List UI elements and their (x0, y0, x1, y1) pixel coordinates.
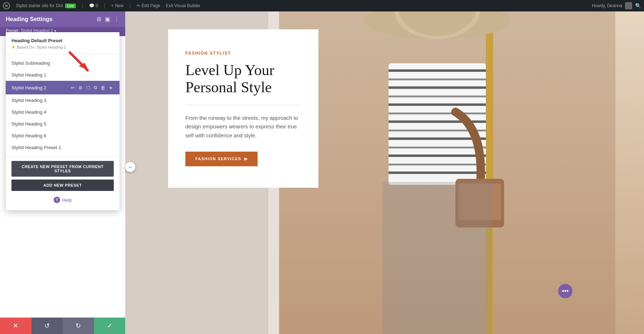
delete-preset-button[interactable]: 🗑 (100, 84, 106, 91)
preset-item-heading1[interactable]: Stylist Heading 1 (6, 69, 119, 81)
save-icon: ✓ (107, 322, 112, 330)
undo-icon: ↺ (44, 322, 50, 330)
svg-rect-12 (389, 95, 486, 97)
edit-page-link[interactable]: ✏ Edit Page (137, 3, 160, 8)
live-badge: Live (65, 4, 76, 8)
preset-item-heading6[interactable]: Stylist Heading 6 (6, 130, 119, 142)
hero-image-area (279, 11, 644, 334)
svg-rect-9 (389, 69, 486, 72)
svg-rect-18 (389, 147, 486, 148)
preset-dropdown: Heading Default Preset ★ Based On: Styli… (6, 32, 119, 210)
preset-item-heading3[interactable]: Stylist Heading 3 (6, 94, 119, 106)
user-avatar (625, 2, 632, 9)
exit-builder-link[interactable]: Exit Visual Builder (166, 3, 201, 8)
admin-bar-right: Howdy, Deanna 🔍 (592, 2, 641, 9)
main-content: FASHION STYLIST Level Up Your Personal S… (125, 11, 644, 334)
help-label: Help (62, 197, 72, 203)
link-preset-button[interactable]: ⬡ (86, 84, 91, 91)
comment-icon: 💬 (89, 3, 94, 8)
close-icon: ✕ (13, 322, 18, 330)
hero-section: FASHION STYLIST Level Up Your Personal S… (125, 11, 644, 334)
layout-icon[interactable]: ▣ (105, 16, 110, 23)
card-body-text: From the runway to the streets, my appro… (185, 114, 301, 140)
favorite-preset-button[interactable]: ★ (108, 84, 114, 91)
preset-label-heading-preset1: Stylist Heading Preset 1 (11, 145, 61, 150)
create-preset-button[interactable]: CREATE NEW PRESET FROM CURRENT STYLES (11, 161, 114, 177)
hero-card: FASHION STYLIST Level Up Your Personal S… (168, 29, 318, 188)
preset-item-subheading[interactable]: Stylist Subheading (6, 57, 119, 69)
more-options-icon[interactable]: ⋮ (114, 16, 119, 23)
based-on-text: ★ Based On: Stylist Heading 2 (11, 45, 114, 50)
site-name[interactable]: Stylist starter site for Divi Live (16, 3, 76, 8)
dropdown-header: Heading Default Preset ★ Based On: Styli… (6, 32, 119, 54)
window-icon[interactable]: ⊞ (97, 16, 101, 23)
arrow-right-icon: ▶ (244, 157, 248, 161)
undo-button[interactable]: ↺ (31, 318, 63, 334)
preset-label-heading2: Stylist Heading 2 (11, 85, 47, 90)
add-preset-button[interactable]: ADD NEW PRESET (11, 180, 114, 191)
bottom-toolbar: ✕ ↺ ↻ ✓ (0, 318, 125, 334)
help-icon: ? (54, 197, 60, 203)
card-divider (185, 105, 301, 105)
redo-icon: ↻ (75, 322, 81, 330)
preset-item-heading5[interactable]: Stylist Heading 5 (6, 118, 119, 130)
panel-header: Heading Settings ⊞ ▣ ⋮ (0, 11, 125, 27)
panel-header-icons: ⊞ ▣ ⋮ (97, 16, 119, 23)
help-section[interactable]: ? Help (11, 194, 114, 205)
preset-label-heading3: Stylist Heading 3 (11, 98, 47, 103)
copy-preset-button[interactable]: ⧉ (93, 84, 98, 91)
preset-item-heading2[interactable]: Stylist Heading 2 ✏ ⚙ ⬡ ⧉ 🗑 ★ (6, 81, 119, 94)
preset-item-heading4[interactable]: Stylist Heading 4 (6, 106, 119, 118)
preset-list: Stylist Subheading Stylist Heading 1 Sty… (6, 54, 119, 156)
three-dots-icon: ••• (562, 288, 569, 295)
fashion-services-button[interactable]: FASHION SERVICES ▶ (185, 152, 258, 166)
card-title: Level Up Your Personal Style (185, 62, 301, 96)
preset-label-heading6: Stylist Heading 6 (11, 133, 47, 138)
wp-logo-icon: W (3, 2, 10, 9)
svg-rect-10 (389, 79, 486, 80)
edit-preset-button[interactable]: ✏ (70, 84, 75, 91)
preset-label-subheading: Stylist Subheading (11, 60, 50, 66)
svg-rect-13 (389, 103, 486, 106)
preset-label-heading4: Stylist Heading 4 (11, 109, 47, 115)
svg-rect-14 (389, 113, 486, 114)
svg-rect-24 (382, 182, 492, 334)
new-button[interactable]: + New (111, 3, 123, 8)
fashion-image (279, 11, 644, 334)
comments-link[interactable]: 💬 0 (89, 3, 98, 8)
partial-right-image (615, 11, 644, 334)
close-button[interactable]: ✕ (0, 318, 31, 334)
save-button[interactable]: ✓ (94, 318, 126, 334)
redo-button[interactable]: ↻ (63, 318, 94, 334)
panel-toggle-handle[interactable]: ↔ (125, 162, 135, 172)
svg-rect-11 (389, 87, 486, 89)
svg-rect-20 (389, 164, 486, 166)
svg-text:W: W (5, 4, 8, 8)
howdy-text: Howdy, Deanna (592, 3, 623, 8)
preset-label-heading1: Stylist Heading 1 (11, 72, 47, 78)
card-tag: FASHION STYLIST (185, 51, 301, 56)
search-icon[interactable]: 🔍 (635, 3, 641, 9)
dropdown-footer: CREATE NEW PRESET FROM CURRENT STYLES AD… (6, 156, 119, 210)
preset-item-heading-preset1[interactable]: Stylist Heading Preset 1 (6, 142, 119, 153)
svg-rect-19 (389, 154, 486, 157)
preset-actions: ✏ ⚙ ⬡ ⧉ 🗑 ★ (70, 84, 114, 91)
pencil-icon: ✏ (137, 3, 140, 8)
plus-icon: + (111, 3, 113, 8)
settings-preset-button[interactable]: ⚙ (78, 84, 83, 91)
default-preset-title: Heading Default Preset (11, 38, 114, 43)
three-dot-menu-button[interactable]: ••• (558, 284, 572, 298)
svg-rect-21 (389, 172, 486, 174)
panel-title: Heading Settings (6, 16, 53, 23)
preset-label-heading5: Stylist Heading 5 (11, 121, 47, 127)
toggle-arrows-icon: ↔ (128, 164, 133, 170)
admin-bar: W Stylist starter site for Divi Live | 💬… (0, 0, 644, 11)
star-icon: ★ (11, 45, 15, 50)
